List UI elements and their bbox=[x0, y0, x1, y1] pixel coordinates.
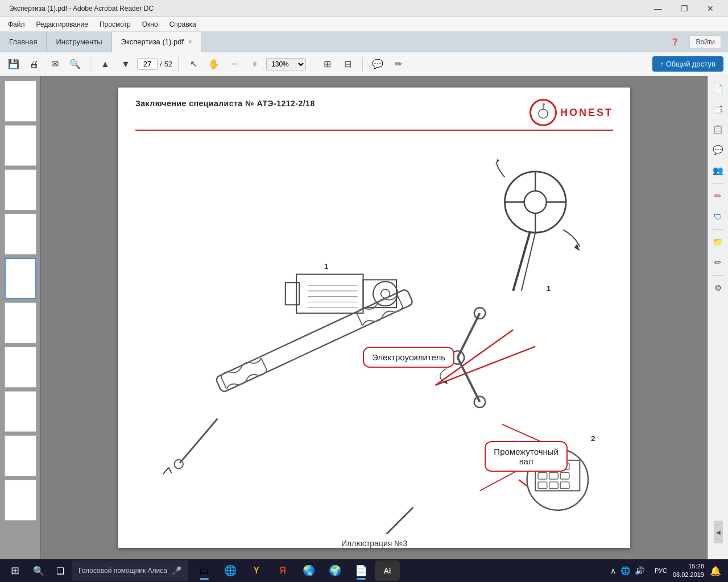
steering-rack bbox=[215, 288, 414, 393]
taskbar-search-button[interactable]: 🔍 bbox=[28, 560, 49, 581]
menu-window[interactable]: Окно bbox=[136, 18, 164, 31]
svg-line-37 bbox=[458, 357, 480, 402]
rp-tools-button[interactable]: ⚙ bbox=[710, 280, 726, 296]
thumbnail-10[interactable] bbox=[5, 480, 36, 521]
taskbar-edge[interactable]: 🌐 bbox=[218, 560, 243, 581]
thumbnail-5-active[interactable] bbox=[5, 258, 36, 299]
save-button[interactable]: 💾 bbox=[5, 55, 23, 73]
thumbnail-9[interactable] bbox=[5, 435, 36, 476]
search-button[interactable]: 🔍 bbox=[66, 55, 84, 73]
rp-view-button[interactable]: 📄 bbox=[710, 81, 726, 97]
clock-display[interactable]: 15:28 08.02.2019 bbox=[673, 562, 704, 580]
tray-speaker-icon[interactable]: 🔊 bbox=[635, 566, 644, 575]
draw-button[interactable]: ✏ bbox=[389, 55, 407, 73]
task-view-button[interactable]: ❑ bbox=[50, 560, 71, 581]
tab-tools[interactable]: Инструменты bbox=[47, 32, 111, 52]
toolbar-separator-2 bbox=[178, 57, 179, 71]
nav1-button[interactable]: ⊞ bbox=[318, 55, 336, 73]
tab-document[interactable]: Экспертиза (1).pdf × bbox=[112, 32, 202, 52]
honest-wordmark: HONEST bbox=[560, 107, 613, 119]
minimize-button[interactable]: — bbox=[645, 0, 671, 17]
next-page-button[interactable]: ▼ bbox=[117, 55, 135, 73]
thumbnail-7[interactable] bbox=[5, 347, 36, 388]
browser1-icon: 🌏 bbox=[303, 564, 315, 577]
select-tool-button[interactable]: ↖ bbox=[184, 55, 202, 73]
menu-file[interactable]: Файл bbox=[2, 18, 31, 31]
svg-line-8 bbox=[513, 232, 530, 291]
tray-network-icon[interactable]: 🌐 bbox=[621, 566, 630, 575]
taskbar-browser1[interactable]: 🌏 bbox=[296, 560, 321, 581]
tab-home[interactable]: Главная bbox=[0, 32, 47, 52]
rp-collapse-button[interactable]: ◀ bbox=[714, 521, 723, 543]
zoom-in-button[interactable]: + bbox=[246, 55, 264, 73]
email-button[interactable]: ✉ bbox=[46, 55, 64, 73]
thumbnail-3[interactable] bbox=[5, 169, 36, 210]
edge-icon: 🌐 bbox=[224, 564, 237, 577]
svg-rect-20 bbox=[286, 282, 299, 305]
close-button[interactable]: ✕ bbox=[697, 0, 723, 17]
page-navigation: / 52 bbox=[137, 58, 172, 70]
rp-sign-button[interactable]: ✏ bbox=[710, 255, 726, 271]
rp-attach-button[interactable]: 📁 bbox=[710, 234, 726, 250]
svg-point-39 bbox=[474, 307, 486, 319]
start-button[interactable]: ⊞ bbox=[2, 559, 27, 582]
comment-button[interactable]: 💬 bbox=[369, 55, 387, 73]
thumbnail-2[interactable] bbox=[5, 125, 36, 166]
svg-text:2: 2 bbox=[591, 434, 595, 443]
steering-wheel-group bbox=[495, 159, 580, 251]
taskbar-yandex2[interactable]: Я bbox=[270, 560, 295, 581]
eps-motor bbox=[286, 275, 398, 313]
toolbar: 💾 🖨 ✉ 🔍 ▲ ▼ / 52 ↖ ✋ − + 130% 100% 75% 1… bbox=[0, 52, 728, 76]
taskbar-ai-button[interactable]: Ai bbox=[375, 560, 400, 581]
menu-help[interactable]: Справка bbox=[164, 18, 202, 31]
tab-document-label: Экспертиза (1).pdf bbox=[121, 38, 184, 46]
help-button[interactable]: ❓ bbox=[665, 36, 685, 48]
tab-close-icon[interactable]: × bbox=[188, 38, 192, 45]
rp-team-button[interactable]: 👥 bbox=[710, 163, 726, 178]
share-button[interactable]: ↑ Общий доступ bbox=[652, 56, 723, 72]
lang-indicator[interactable]: РУС bbox=[655, 567, 667, 574]
rp-bookmark-button[interactable]: 📑 bbox=[710, 101, 726, 117]
taskbar-chrome[interactable]: 🌍 bbox=[322, 560, 348, 581]
zoom-out-button[interactable]: − bbox=[225, 55, 243, 73]
voice-assistant-label: Голосовой помощник Алиса bbox=[78, 567, 167, 575]
toolbar-separator-4 bbox=[362, 57, 363, 71]
menu-edit[interactable]: Редактирование bbox=[31, 18, 94, 31]
rp-draw-button[interactable]: ✏ bbox=[710, 188, 726, 204]
pdf-area[interactable]: Заключение специалиста № АТЭ-1212-2/18 H… bbox=[41, 76, 708, 559]
login-button[interactable]: Войти bbox=[689, 35, 721, 49]
print-button[interactable]: 🖨 bbox=[25, 55, 43, 73]
taskbar-pdf[interactable]: 📄 bbox=[349, 560, 374, 581]
taskbar: ⊞ 🔍 ❑ Голосовой помощник Алиса 🎤 🗂 🌐 Y Я… bbox=[0, 559, 728, 582]
thumbnail-4[interactable] bbox=[5, 214, 36, 255]
thumbnail-8[interactable] bbox=[5, 391, 36, 432]
menu-bar: Файл Редактирование Просмотр Окно Справк… bbox=[0, 17, 728, 32]
taskbar-explorer[interactable]: 🗂 bbox=[192, 560, 217, 581]
svg-point-28 bbox=[174, 460, 183, 469]
voice-assistant-chip[interactable]: Голосовой помощник Алиса 🎤 bbox=[72, 560, 188, 581]
page-input[interactable] bbox=[137, 58, 158, 70]
svg-point-40 bbox=[474, 396, 486, 408]
taskbar-right-info: РУС bbox=[650, 567, 672, 574]
pan-tool-button[interactable]: ✋ bbox=[205, 55, 223, 73]
chrome-icon: 🌍 bbox=[329, 564, 341, 577]
thumbnail-6[interactable] bbox=[5, 302, 36, 343]
honest-emblem bbox=[530, 99, 557, 126]
rp-comment-button[interactable]: 💬 bbox=[710, 142, 726, 158]
menu-view[interactable]: Просмотр bbox=[94, 18, 136, 31]
thumbnail-1[interactable] bbox=[5, 81, 36, 122]
nav2-button[interactable]: ⊟ bbox=[338, 55, 357, 73]
taskbar-yandex[interactable]: Y bbox=[244, 560, 269, 581]
prev-page-button[interactable]: ▲ bbox=[96, 55, 114, 73]
notification-button[interactable]: 🔔 bbox=[705, 560, 726, 581]
maximize-button[interactable]: ❐ bbox=[671, 0, 697, 17]
tray-arrow-icon[interactable]: ∧ bbox=[610, 566, 616, 575]
page-separator: / bbox=[160, 60, 162, 68]
zoom-select[interactable]: 130% 100% 75% 150% bbox=[266, 58, 306, 70]
tab-bar: Главная Инструменты Экспертиза (1).pdf ×… bbox=[0, 32, 728, 52]
rp-layers-button[interactable]: 📋 bbox=[710, 122, 726, 138]
title-bar: Экспертиза (1).pdf - Adobe Acrobat Reade… bbox=[0, 0, 728, 17]
page-caption: Иллюстрация №3 bbox=[135, 539, 613, 548]
rp-shield-button[interactable]: 🛡 bbox=[710, 209, 726, 225]
svg-line-24 bbox=[261, 358, 267, 370]
